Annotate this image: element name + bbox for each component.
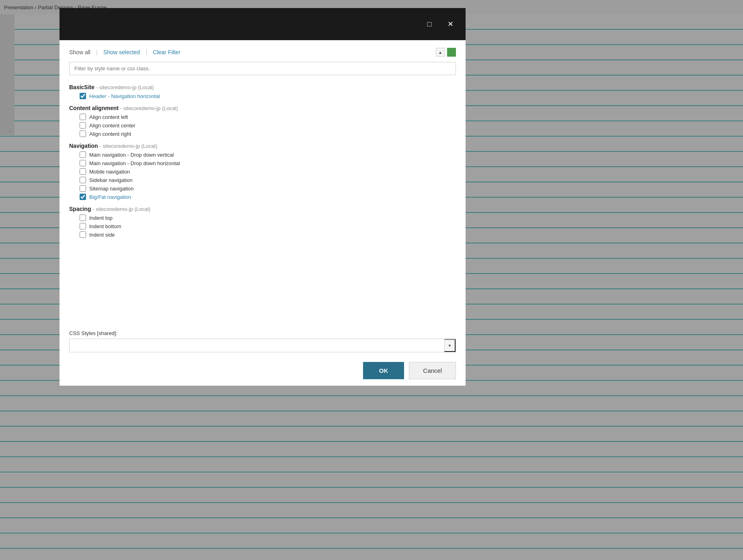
checkbox-mobile-nav[interactable] — [80, 168, 86, 175]
item-label-indent-bottom: Indent bottom — [89, 223, 121, 229]
group-header-content-alignment: Content alignment - sitecoredemo-jp (Loc… — [69, 105, 448, 111]
list-item[interactable]: Sitemap navigation — [80, 185, 448, 192]
group-header-spacing: Spacing - sitecoredemo-jp (Local) — [69, 206, 448, 212]
group-sub-basicsite: - sitecoredemo-jp (Local) — [96, 84, 154, 90]
tab-controls: ▲ — [436, 48, 456, 57]
checkbox-align-center[interactable] — [80, 122, 86, 129]
dialog-body: Show all | Show selected | Clear Filter … — [60, 40, 466, 386]
list-item[interactable]: Main navigation - Drop down horizontal — [80, 160, 448, 166]
list-item[interactable]: Align content left — [80, 114, 448, 120]
separator-2: | — [146, 49, 147, 56]
css-styles-section: CSS Styles [shared]: ▼ — [60, 324, 466, 356]
group-sub-navigation: - sitecoredemo-jp (Local) — [99, 143, 157, 149]
group-name-spacing: Spacing — [69, 206, 91, 212]
group-header-navigation: Navigation - sitecoredemo-jp (Local) — [69, 143, 448, 149]
list-item[interactable]: Align content center — [80, 122, 448, 129]
dialog-titlebar: □ ✕ — [60, 8, 466, 40]
checkbox-indent-top[interactable] — [80, 215, 86, 221]
list-item[interactable]: Sidebar navigation — [80, 177, 448, 183]
style-picker-dialog: □ ✕ Show all | Show selected | Clear Fil… — [60, 8, 466, 386]
item-label-align-center: Align content center — [89, 123, 135, 129]
dialog-footer: OK Cancel — [60, 356, 466, 386]
list-item[interactable]: Main navigation - Drop down vertical — [80, 151, 448, 158]
list-item[interactable]: Align content right — [80, 131, 448, 137]
close-button[interactable]: ✕ — [443, 17, 458, 31]
style-list-content[interactable]: BasicSite - sitecoredemo-jp (Local) Head… — [60, 78, 466, 324]
item-label-bigfat-nav: Big/Fat navigation — [89, 194, 131, 200]
group-sub-spacing: - sitecoredemo-jp (Local) — [92, 206, 150, 212]
item-label-mobile-nav: Mobile navigation — [89, 169, 130, 175]
item-label-indent-side: Indent side — [89, 232, 115, 238]
list-item[interactable]: Mobile navigation — [80, 168, 448, 175]
checkbox-indent-side[interactable] — [80, 231, 86, 238]
group-name-basicsite: BasicSite — [69, 84, 94, 90]
show-selected-tab[interactable]: Show selected — [103, 47, 140, 57]
checkbox-sitemap-nav[interactable] — [80, 185, 86, 192]
css-styles-input[interactable] — [70, 340, 444, 352]
item-label-main-nav-dropdown-horizontal: Main navigation - Drop down horizontal — [89, 160, 180, 166]
clear-filter-tab[interactable]: Clear Filter — [153, 47, 180, 57]
list-item[interactable]: Indent side — [80, 231, 448, 238]
checkbox-sidebar-nav[interactable] — [80, 177, 86, 183]
cancel-button[interactable]: Cancel — [409, 362, 456, 379]
checkbox-align-right[interactable] — [80, 131, 86, 137]
item-label-sidebar-nav: Sidebar navigation — [89, 177, 133, 183]
search-input[interactable] — [69, 62, 456, 75]
item-label-main-nav-dropdown-vertical: Main navigation - Drop down vertical — [89, 152, 174, 158]
ok-button[interactable]: OK — [363, 362, 404, 379]
show-all-tab[interactable]: Show all — [69, 47, 90, 57]
group-name-navigation: Navigation — [69, 143, 98, 149]
css-styles-label: CSS Styles [shared]: — [69, 330, 456, 336]
item-label-align-right: Align content right — [89, 131, 131, 137]
item-label-sitemap-nav: Sitemap navigation — [89, 186, 134, 192]
item-label-header-nav-horizontal: Header - Navigation horizontal — [89, 93, 160, 99]
group-sub-content-alignment: - sitecoredemo-jp (Local) — [120, 105, 178, 111]
checkbox-bigfat-nav[interactable] — [80, 194, 86, 200]
list-item[interactable]: Indent bottom — [80, 223, 448, 229]
checkbox-align-left[interactable] — [80, 114, 86, 120]
list-item[interactable]: Indent top — [80, 215, 448, 221]
checkbox-header-nav-horizontal[interactable] — [80, 93, 86, 99]
item-label-align-left: Align content left — [89, 114, 128, 120]
checkbox-main-nav-dropdown-vertical[interactable] — [80, 151, 86, 158]
search-area — [60, 62, 466, 78]
css-styles-input-wrap: ▼ — [69, 339, 456, 352]
group-name-content-alignment: Content alignment — [69, 105, 119, 111]
maximize-button[interactable]: □ — [422, 17, 437, 31]
separator-1: | — [96, 49, 98, 56]
item-label-indent-top: Indent top — [89, 215, 113, 221]
checkbox-indent-bottom[interactable] — [80, 223, 86, 229]
content-inner: BasicSite - sitecoredemo-jp (Local) Head… — [69, 84, 456, 238]
list-item[interactable]: Header - Navigation horizontal — [80, 93, 448, 99]
filter-tabs: Show all | Show selected | Clear Filter … — [60, 40, 466, 62]
checkbox-main-nav-dropdown-horizontal[interactable] — [80, 160, 86, 166]
arrow-up-button[interactable]: ▲ — [436, 48, 445, 57]
group-header-basicsite: BasicSite - sitecoredemo-jp (Local) — [69, 84, 448, 90]
css-styles-dropdown-button[interactable]: ▼ — [444, 339, 456, 352]
green-indicator — [447, 48, 456, 57]
list-item[interactable]: Big/Fat navigation — [80, 194, 448, 200]
